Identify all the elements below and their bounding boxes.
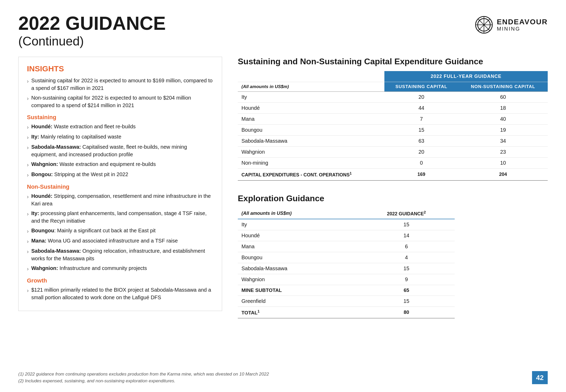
bullet-label: Boungou (31, 228, 54, 233)
insights-top-bullets: › Sustaining capital for 2022 is expecte… (27, 77, 213, 109)
exp-total-value: 80 (358, 307, 455, 318)
content-area: INSIGHTS › Sustaining capital for 2022 i… (18, 57, 548, 318)
row-nonsustaining: 19 (458, 124, 548, 135)
bullet-text: Houndé: Stripping, compensation, resettl… (31, 192, 213, 207)
bullet-body: Stripping, compensation, resettlement an… (31, 193, 211, 206)
exp-subtotal-value: 65 (358, 285, 455, 296)
row-name: Mana (238, 241, 358, 252)
footer-note2: (2) Includes expensed, sustaining, and n… (18, 378, 269, 384)
table-row: Houndé 44 18 (238, 102, 548, 113)
cap-table-title: Sustaining and Non-Sustaining Capital Ex… (238, 57, 548, 66)
bullet-label: Mana: (31, 238, 47, 244)
endeavour-mining-logo-icon (475, 16, 493, 34)
row-name: Houndé (238, 102, 384, 113)
row-sustaining: 20 (384, 146, 458, 157)
row-sustaining: 0 (384, 157, 458, 168)
bullet-text: Houndé: Waste extraction and fleet re-bu… (31, 123, 136, 130)
cap-col-nonsustaining: NON-SUSTAINING CAPITAL (458, 82, 548, 91)
row-name: Sabodala-Massawa (238, 263, 358, 274)
footer-note1: (1) 2022 guidance from continuing operat… (18, 371, 269, 378)
row-name: Mana (238, 113, 384, 124)
row-name: Wahgnion (238, 274, 358, 285)
sustaining-heading: Sustaining (27, 114, 213, 121)
exp-greenfield-value: 15 (358, 296, 455, 307)
row-name: Non-mining (238, 157, 384, 168)
bullet-label: Houndé: (31, 193, 53, 199)
bullet-text: Wahgnion: Infrastructure and community p… (31, 264, 147, 272)
arrow-icon: › (27, 144, 29, 151)
list-item: › Sustaining capital for 2022 is expecte… (27, 77, 213, 92)
row-nonsustaining: 60 (458, 91, 548, 102)
growth-heading: Growth (27, 277, 213, 284)
row-value: 15 (358, 263, 455, 274)
row-sustaining: 15 (384, 124, 458, 135)
bullet-body: Infrastructure and community projects (58, 265, 147, 271)
row-value: 9 (358, 274, 455, 285)
growth-bullets: › $121 million primarily related to the … (27, 286, 213, 301)
arrow-icon: › (27, 248, 29, 255)
bullet-text: Wahgnion: Waste extraction and equipment… (31, 160, 156, 168)
list-item: › Boungou: Mainly a significant cut back… (27, 227, 213, 235)
footer: (1) 2022 guidance from continuing operat… (18, 371, 548, 384)
row-sustaining: 44 (384, 102, 458, 113)
bullet-label: Sabodala-Massawa: (31, 248, 81, 254)
cap-total-sustaining: 169 (384, 168, 458, 180)
cap-table-total: CAPITAL EXPENDITURES - CONT. OPERATIONS1… (238, 168, 548, 180)
cap-total-label: CAPITAL EXPENDITURES - CONT. OPERATIONS1 (238, 168, 384, 180)
row-name: Sabodala-Massawa (238, 135, 384, 146)
bullet-body: processing plant enhancements, land comp… (31, 210, 207, 224)
row-value: 14 (358, 230, 455, 241)
arrow-icon: › (27, 77, 29, 85)
list-item: › Non-sustaining capital for 2022 is exp… (27, 94, 213, 109)
row-name: Boungou (238, 252, 358, 263)
insights-box: INSIGHTS › Sustaining capital for 2022 i… (18, 57, 222, 311)
table-row: Mana 7 40 (238, 113, 548, 124)
bullet-body: Stripping at the West pit in 2022 (53, 171, 128, 177)
logo-text: ENDEAVOUR MINING (497, 18, 548, 32)
logo-endeavour: ENDEAVOUR (497, 18, 548, 26)
cap-col-empty (238, 71, 384, 82)
arrow-icon: › (27, 210, 29, 218)
cap-table-header-top: 2022 FULL-YEAR GUIDANCE (238, 71, 548, 82)
list-item: › Wahgnion: Infrastructure and community… (27, 264, 213, 273)
bullet-body: Waste extraction and fleet re-builds (53, 124, 136, 129)
bullet-label: Wahgnion: (31, 161, 58, 167)
row-nonsustaining: 34 (458, 135, 548, 146)
bullet-label: Sabodala-Massawa: (31, 144, 81, 150)
exp-subtotal-label: MINE SUBTOTAL (238, 285, 358, 296)
bullet-text: Sustaining capital for 2022 is expected … (31, 77, 213, 92)
exp-total-row: TOTAL1 80 (238, 307, 455, 318)
exp-mine-subtotal: MINE SUBTOTAL 65 (238, 285, 455, 296)
row-sustaining: 20 (384, 91, 458, 102)
bullet-text: Bongou: Stripping at the West pit in 202… (31, 171, 128, 178)
bullet-body: Mainly relating to capitalised waste (39, 134, 122, 140)
row-name: Ity (238, 219, 358, 230)
row-name: Boungou (238, 124, 384, 135)
sub-title: (Continued) (18, 34, 166, 49)
bullet-body: : Mainly a significant cut back at the E… (54, 228, 155, 233)
row-nonsustaining: 10 (458, 157, 548, 168)
row-name: Ity (238, 91, 384, 102)
arrow-icon: › (27, 193, 29, 200)
bullet-text: Boungou: Mainly a significant cut back a… (31, 227, 156, 234)
table-row: Sabodala-Massawa 15 (238, 263, 455, 274)
cap-full-year-label: 2022 FULL-YEAR GUIDANCE (384, 71, 548, 82)
right-column: Sustaining and Non-Sustaining Capital Ex… (238, 57, 548, 318)
list-item: › Ity: Mainly relating to capitalised wa… (27, 133, 213, 141)
footer-notes: (1) 2022 guidance from continuing operat… (18, 371, 269, 384)
row-value: 4 (358, 252, 455, 263)
bullet-label: Bongou: (31, 171, 53, 177)
row-sustaining: 63 (384, 135, 458, 146)
table-row: Boungou 4 (238, 252, 455, 263)
bullet-label: Houndé: (31, 124, 53, 129)
list-item: › Wahgnion: Waste extraction and equipme… (27, 160, 213, 169)
arrow-icon: › (27, 265, 29, 273)
bullet-body: Wona UG and associated infrastructure an… (46, 238, 178, 244)
bullet-text: Ity: Mainly relating to capitalised wast… (31, 133, 122, 141)
bullet-body: Waste extraction and equipment re-builds (58, 161, 156, 167)
bullet-text: Mana: Wona UG and associated infrastruct… (31, 237, 178, 245)
exp-table: (All amounts in US$m) 2022 GUIDANCE2 Ity… (238, 208, 455, 318)
table-row: Non-mining 0 10 (238, 157, 548, 168)
table-row: Ity 20 60 (238, 91, 548, 102)
arrow-icon: › (27, 227, 29, 235)
